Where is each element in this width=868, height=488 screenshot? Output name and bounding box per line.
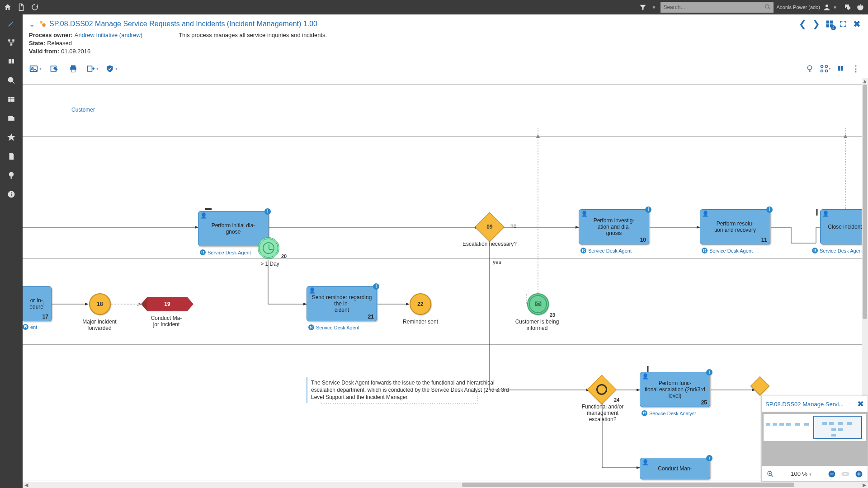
info-icon[interactable]: i [706,369,712,375]
subprocess-conduct-major-incident[interactable]: 19 [147,297,187,311]
chat-icon[interactable] [844,3,852,11]
gateway-func-mgmt[interactable] [591,379,612,400]
svg-point-1 [826,5,828,7]
new-page-icon[interactable] [17,3,25,11]
chevron-down-icon[interactable]: ⌄ [29,20,35,28]
home-icon[interactable] [4,3,12,11]
svg-point-5 [8,77,13,82]
svg-rect-16 [830,21,833,24]
event-customer-informed[interactable]: ✉ [527,293,549,315]
close-icon[interactable]: ✖ [852,19,862,29]
process-owner-link[interactable]: Andrew Initiative (andrew) [75,32,142,38]
role-close: RService Desk Agent [812,248,863,253]
state-label: State: [29,40,45,47]
document-icon[interactable] [6,151,17,162]
zoom-value: 100 % [791,470,807,477]
svg-rect-6 [8,97,14,102]
task-partial-left[interactable]: or In- edure 17 i [23,286,52,321]
bulb-icon[interactable] [804,63,816,75]
zoom-out-icon[interactable] [827,469,837,479]
zoom-reset-icon[interactable] [840,469,850,479]
person-icon: 👤 [200,212,207,219]
edit-icon[interactable] [6,18,17,29]
view-options-icon[interactable]: ▾ [819,63,831,75]
info-icon[interactable]: i [706,455,712,461]
task-partial-num: 17 [42,314,48,320]
chevron-down-icon[interactable]: ▼ [831,3,839,11]
person-icon: 👤 [642,459,649,465]
event-major-incident-forwarded[interactable]: 18 [89,293,111,315]
user-icon[interactable] [823,3,831,11]
search-icon[interactable] [6,75,17,86]
task-perform-resolution[interactable]: Perform resolu- tion and recovery 11 👤 i [700,209,770,244]
task-label: Send reminder regarding the in- cident [309,294,375,313]
event-reminder-sent[interactable]: 22 [410,293,431,315]
share-icon[interactable]: ▾ [86,62,99,75]
lane-third [23,345,868,480]
search-icon[interactable] [764,4,771,11]
process-owner-label: Process owner: [29,32,73,38]
search-box[interactable] [660,2,774,13]
chevron-down-icon[interactable]: ▼ [650,3,658,11]
valid-from-label: Valid from: [29,48,59,55]
topbar: ▼ Adonis Power (ado) ▼ [0,0,868,14]
event-label-18: Major Incident forwarded [77,319,122,331]
role-resolution: RService Desk Agent [702,248,753,253]
person-icon: 👤 [309,287,316,294]
org-icon[interactable] [6,37,17,48]
svg-point-27 [821,65,823,67]
event-num-23: 23 [550,312,555,318]
horizontal-scrollbar[interactable]: ◀ ▶ [23,482,868,488]
task-close-incident[interactable]: Close incident 👤 i [820,209,868,244]
minimap-body[interactable] [762,412,868,466]
task-send-reminder[interactable]: Send reminder regarding the in- cident 2… [307,286,377,321]
info-icon[interactable]: i [766,206,773,213]
zoom-fit-icon[interactable] [765,469,775,479]
edit-mode-icon[interactable] [48,62,61,75]
task-partial-label: or In- edure [29,297,43,310]
task-num: 10 [640,237,646,243]
search-input[interactable] [663,4,764,10]
next-icon[interactable]: ❯ [811,19,821,29]
task-functional-escalation[interactable]: Perform func- tional escalation (2nd/3rd… [640,372,710,407]
info-icon[interactable]: i [264,208,271,215]
book-icon[interactable] [6,56,17,67]
info-icon[interactable] [6,189,17,200]
book-icon[interactable] [835,63,846,75]
bulb-icon[interactable] [6,170,17,181]
svg-point-29 [821,70,823,72]
task-perform-investigation[interactable]: Perform investig- ation and dia- gnosis … [579,209,649,244]
model-type-icon [38,20,47,28]
info-icon[interactable]: i [645,206,651,213]
info-icon[interactable]: i [373,283,379,290]
task-perform-initial-diagnose[interactable]: Perform initial dia- gnose 👤 i [198,211,269,246]
task-label: Perform initial dia- gnose [212,222,255,235]
timer-event[interactable] [258,237,279,259]
more-icon[interactable]: ⋮ [850,63,862,75]
left-sidebar [0,14,23,488]
gateway-escalation[interactable]: 09 [479,216,500,237]
close-icon[interactable]: ✖ [857,399,864,409]
print-icon[interactable] [67,62,80,75]
expand-icon[interactable] [838,19,848,29]
task-label: Close incident [828,224,862,230]
zoom-in-icon[interactable] [854,469,864,479]
diagram-canvas[interactable]: Customer [23,78,868,482]
refresh-icon[interactable] [31,3,39,11]
table-icon[interactable] [6,94,17,105]
star-icon[interactable] [6,132,17,143]
image-export-icon[interactable]: ▾ [29,62,42,75]
info-icon[interactable]: i [43,300,45,307]
task-conduct-management[interactable]: Conduct Man- 👤 i [640,458,710,479]
power-icon[interactable] [856,3,864,11]
model-toolbar: ▾ ▾ ▾ ▾ ⋮ [23,59,868,78]
svg-point-9 [9,172,14,176]
text-annotation: The Service Desk Agent forwards the issu… [307,377,519,403]
validation-icon[interactable]: ▾ [105,62,118,75]
prev-icon[interactable]: ❮ [797,19,807,29]
svg-rect-11 [11,194,12,196]
news-icon[interactable] [6,113,17,124]
filter-icon[interactable] [639,3,647,11]
role-reminder: RService Desk Agent [308,324,359,330]
grid-icon[interactable]: 4 [825,19,835,29]
